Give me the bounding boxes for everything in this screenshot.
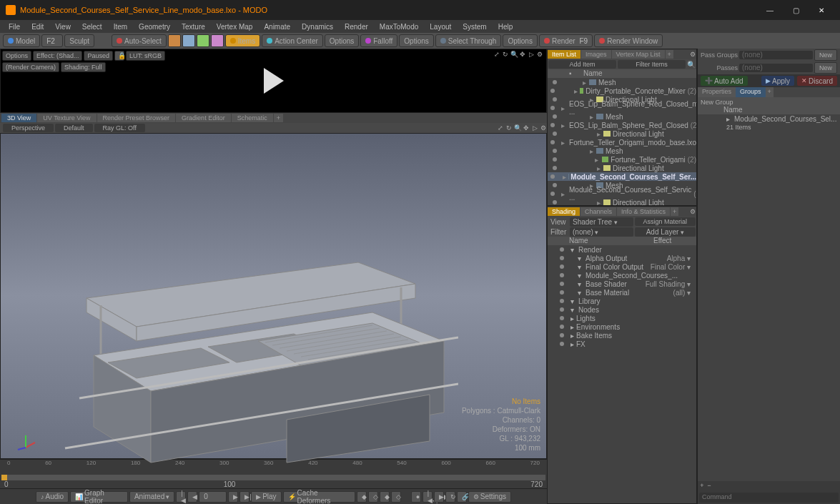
tab-schematic[interactable]: Schematic [232, 114, 273, 122]
next-key-button[interactable]: ▶| [239, 491, 249, 503]
vp-expand-icon[interactable]: ⤢ [497, 124, 504, 132]
auto-add-button[interactable]: ➕ Auto Add [701, 76, 748, 86]
key-icon-4[interactable]: ◇ [391, 491, 401, 503]
panel-gear-icon-2[interactable]: ⚙ [689, 208, 696, 215]
settings-button[interactable]: ⚙ Settings [468, 491, 511, 503]
maximize-button[interactable]: ▢ [783, 3, 809, 17]
frame-field[interactable]: 0 [199, 491, 227, 503]
skip-end-icon[interactable]: ▶▶| [434, 491, 444, 503]
apply-button[interactable]: ▶ Apply [761, 76, 794, 86]
play-icon[interactable] [264, 68, 284, 94]
model-button[interactable]: Model [3, 34, 40, 47]
add-icon[interactable]: + [698, 482, 706, 489]
passgroups-new-button[interactable]: New [814, 49, 837, 61]
tab-uv[interactable]: UV Texture View [37, 114, 96, 122]
minimize-button[interactable]: — [757, 3, 783, 17]
lock-icon[interactable]: 🔒 [114, 51, 124, 61]
tab-groups[interactable]: Groups [736, 87, 766, 97]
item-row[interactable]: ▸Module_Second_Courses_Self_Servic ... (… [548, 189, 696, 198]
options-button-2[interactable]: Options [399, 34, 433, 47]
prev-key-button[interactable]: |◀ [176, 491, 186, 503]
item-row[interactable]: ▸EOS_Lip_Balm_Sphere_Red_Closed_mo ... [548, 104, 696, 112]
expand-icon[interactable]: ⤢ [493, 51, 500, 58]
passgroups-field[interactable]: (none) [739, 51, 813, 59]
item-row[interactable]: ▸EOS_Lip_Balm_Sphere_Red_Closed (2) [548, 121, 696, 129]
menu-select[interactable]: Select [76, 21, 108, 32]
options-button-3[interactable]: Options [503, 34, 537, 47]
falloff-button[interactable]: Falloff [360, 34, 397, 47]
tab-3dview[interactable]: 3D View [1, 114, 36, 122]
3d-viewport[interactable]: No Items Polygons : Catmull-Clark Channe… [0, 133, 547, 459]
render-shading[interactable]: Shading: Full [61, 62, 106, 72]
tab-add[interactable]: + [274, 114, 283, 122]
tab-vertexmap[interactable]: Vertex Map List [612, 50, 665, 59]
shader-row[interactable]: ▾Base Material(all) ▾ [548, 288, 696, 297]
new-group-button[interactable]: New Group [698, 97, 840, 106]
timeline[interactable]: 060120180240300360420480540600660720 [0, 459, 547, 475]
tool-icon-1[interactable] [168, 34, 181, 47]
key-icon-3[interactable]: ◆ [380, 491, 390, 503]
command-field[interactable]: Command [699, 493, 839, 503]
menu-animate[interactable]: Animate [258, 21, 296, 32]
key-icon-1[interactable]: ◆ [357, 491, 367, 503]
tab-itemlist[interactable]: Item List [548, 50, 580, 59]
shader-row[interactable]: ▾Base ShaderFull Shading ▾ [548, 280, 696, 288]
item-row[interactable]: ▸Fortune_Teller_Origami (2) [548, 155, 696, 164]
triangle-icon[interactable]: ▷ [528, 51, 535, 58]
passes-new-button[interactable]: New [814, 62, 837, 74]
action-center-button[interactable]: Action Center [262, 34, 323, 47]
animated-dropdown[interactable]: Animated ▾ [129, 491, 174, 503]
tab-add-icon-2[interactable]: + [671, 207, 678, 216]
sculpt-button[interactable]: Sculpt [64, 34, 94, 47]
cache-deformers-button[interactable]: ⚡ Cache Deformers [283, 491, 356, 503]
menu-maxtomodo[interactable]: MaxToModo [374, 21, 424, 32]
tab-gradient[interactable]: Gradient Editor [176, 114, 231, 122]
item-row[interactable]: ▸Dirty_Portable_Concrete_Mixer (2) [548, 87, 696, 95]
menu-system[interactable]: System [457, 21, 492, 32]
select-through-button[interactable]: Select Through [435, 34, 502, 47]
shader-row[interactable]: ▸FX [548, 340, 696, 348]
menu-view[interactable]: View [49, 21, 76, 32]
shader-row[interactable]: ▾Alpha OutputAlpha ▾ [548, 254, 696, 262]
tab-properties[interactable]: Properties [698, 87, 736, 97]
tab-channels[interactable]: Channels [580, 207, 616, 216]
shader-row[interactable]: ▸Lights [548, 314, 696, 322]
shader-row[interactable]: ▾Final Color OutputFinal Color ▾ [548, 262, 696, 271]
tab-shading[interactable]: Shading [548, 207, 580, 216]
shader-tree-dropdown[interactable]: Shader Tree ▾ [570, 217, 633, 227]
move-icon[interactable]: ✥ [519, 51, 526, 58]
menu-item[interactable]: Item [108, 21, 133, 32]
menu-edit[interactable]: Edit [26, 21, 49, 32]
tab-add-icon[interactable]: + [666, 50, 673, 59]
render-camera[interactable]: (Render Camera) [2, 62, 59, 72]
graph-editor-button[interactable]: 📊 Graph Editor [70, 491, 128, 503]
render-lut[interactable]: LUT: sRGB [126, 51, 165, 61]
gear-icon[interactable]: ⚙ [536, 51, 543, 58]
step-back-button[interactable]: ◀ [187, 491, 197, 503]
vp-gear-icon[interactable]: ⚙ [540, 124, 547, 132]
shader-row[interactable]: ▸Environments [548, 322, 696, 331]
add-item-button[interactable]: Add Item [548, 60, 616, 69]
menu-file[interactable]: File [3, 21, 26, 32]
shader-row[interactable]: ▾Library [548, 297, 696, 305]
timeline-scrubber[interactable] [1, 475, 545, 480]
tool-icon-2[interactable] [182, 34, 195, 47]
view-default[interactable]: Default [55, 124, 93, 132]
play-button[interactable]: ▶ Play [251, 491, 281, 503]
item-row[interactable]: ▸Mesh [548, 147, 696, 155]
audio-button[interactable]: ♪ Audio [36, 491, 69, 503]
menu-geometry[interactable]: Geometry [133, 21, 176, 32]
tab-add-icon-3[interactable]: + [766, 87, 774, 97]
menu-dynamics[interactable]: Dynamics [296, 21, 339, 32]
item-row[interactable]: ▸Fortune_Teller_Origami_modo_base.lxo [548, 138, 696, 147]
shader-row[interactable]: ▾Nodes [548, 305, 696, 314]
shader-row[interactable]: ▾Render [548, 245, 696, 254]
tab-info[interactable]: Info & Statistics [617, 207, 670, 216]
search-icon[interactable]: 🔍 [686, 61, 696, 69]
rec-icon[interactable]: ● [411, 491, 421, 503]
axis-gizmo[interactable] [15, 430, 36, 451]
shader-row[interactable]: ▾Module_Second_Courses_... [548, 271, 696, 280]
item-row[interactable]: ▸Module_Second_Courses_Self_Ser... [548, 172, 696, 181]
close-button[interactable]: ✕ [809, 3, 834, 17]
add-layer-button[interactable]: Add Layer ▾ [635, 227, 696, 237]
